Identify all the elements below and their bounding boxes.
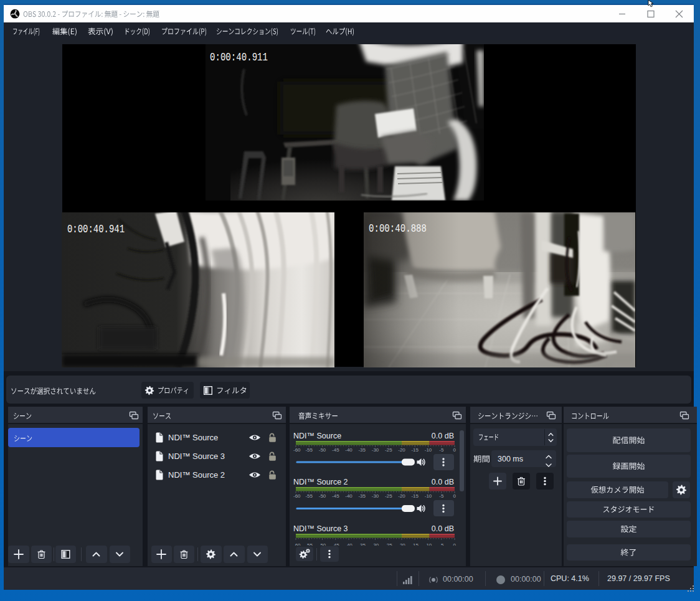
svg-text:0:00:40.888: 0:00:40.888 <box>369 222 427 235</box>
svg-text:0:00:40.941: 0:00:40.941 <box>67 223 125 235</box>
svg-text:0:00:40.911: 0:00:40.911 <box>210 51 268 64</box>
